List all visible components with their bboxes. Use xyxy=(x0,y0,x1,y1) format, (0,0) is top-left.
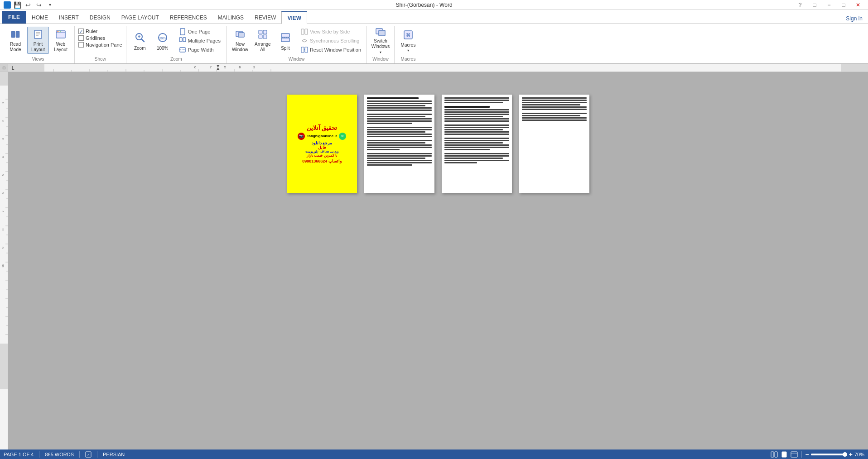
minimize-button[interactable]: − xyxy=(823,1,835,9)
svg-text:6: 6 xyxy=(1,192,5,194)
nav-pane-checkbox[interactable] xyxy=(78,42,84,48)
sync-scrolling-label: Synchronous Scrolling xyxy=(310,38,359,43)
window-sub-items: View Side by Side Synchronous Scrolling xyxy=(298,27,364,55)
svg-rect-37 xyxy=(379,30,385,36)
ribbon-group-show: Ruler Gridlines Navigation Pane Show xyxy=(75,26,126,63)
status-read-mode[interactable] xyxy=(771,451,778,458)
maximize-button[interactable]: □ xyxy=(837,1,850,9)
macros-items: ⌘ Macros ▾ xyxy=(397,27,419,57)
macros-label: Macros xyxy=(401,43,416,48)
zoom-slider[interactable] xyxy=(811,454,847,455)
read-mode-label: ReadMode xyxy=(10,42,21,53)
title-bar-right: ? □ − □ ✕ xyxy=(794,1,864,9)
ruler-checkbox-item[interactable]: Ruler xyxy=(78,29,122,34)
zoom-in-button[interactable]: + xyxy=(849,451,853,458)
multiple-pages-button[interactable]: Multiple Pages xyxy=(177,37,222,45)
tab-file[interactable]: FILE xyxy=(2,11,26,24)
new-window-button[interactable]: NewWindow xyxy=(229,27,251,54)
svg-rect-19 xyxy=(183,38,186,42)
gridlines-checkbox[interactable] xyxy=(78,35,84,41)
svg-rect-1 xyxy=(16,31,19,38)
zoom-button[interactable]: Zoom xyxy=(129,27,151,54)
ruler-checkbox[interactable] xyxy=(78,29,84,34)
status-sep-1 xyxy=(39,451,39,458)
svg-text:4: 4 xyxy=(1,156,5,158)
ruler-label: Ruler xyxy=(86,29,97,34)
nav-pane-label: Navigation Pane xyxy=(86,42,122,48)
poster-desc2: فایل xyxy=(318,145,326,150)
view-side-by-side-button[interactable]: View Side by Side xyxy=(299,28,363,36)
svg-rect-42 xyxy=(841,64,868,72)
svg-rect-108 xyxy=(775,452,777,457)
zoom-level[interactable]: 70% xyxy=(854,452,864,457)
vertical-ruler: 1 2 3 4 5 6 7 8 9 10 xyxy=(0,72,8,449)
svg-point-9 xyxy=(58,31,59,32)
tab-mailings[interactable]: MAILINGS xyxy=(212,11,249,24)
document-canvas[interactable]: تحقیق آنلاین 📷 Tahghighonline.ir w مرجع … xyxy=(8,72,868,449)
tab-review[interactable]: REVIEW xyxy=(249,11,281,24)
reset-window-position-button[interactable]: Reset Window Position xyxy=(299,46,363,54)
zoom-label: Zoom xyxy=(134,46,146,51)
page-1[interactable]: تحقیق آنلاین 📷 Tahghighonline.ir w مرجع … xyxy=(287,95,357,193)
close-button[interactable]: ✕ xyxy=(852,1,864,9)
zoom-out-button[interactable]: − xyxy=(805,451,809,458)
svg-text:100%: 100% xyxy=(158,36,167,40)
qat-save[interactable]: 💾 xyxy=(13,1,22,9)
proof-check[interactable]: ✓ xyxy=(85,451,92,458)
qat-redo[interactable]: ↪ xyxy=(34,1,43,9)
page-3[interactable] xyxy=(442,95,512,193)
page-info-label: PAGE 1 OF 4 xyxy=(4,452,34,457)
svg-text:⌘: ⌘ xyxy=(406,33,410,38)
zoom-thumb[interactable] xyxy=(843,452,847,457)
status-sep-3 xyxy=(97,451,97,458)
status-bar-right: − + 70% xyxy=(771,451,864,458)
status-print-layout-icon xyxy=(781,451,787,458)
zoom-100-button[interactable]: 100% 100% xyxy=(152,27,174,54)
help-button[interactable]: ? xyxy=(794,1,806,9)
page-width-button[interactable]: Page Width xyxy=(177,46,222,54)
print-layout-button[interactable]: PrintLayout xyxy=(27,27,49,54)
tab-references[interactable]: REFERENCES xyxy=(164,11,212,24)
svg-rect-26 xyxy=(259,35,262,38)
macros-button[interactable]: ⌘ Macros ▾ xyxy=(397,27,419,54)
svg-text:7: 7 xyxy=(1,210,5,212)
qat-customize[interactable]: ▾ xyxy=(45,1,54,9)
svg-text:1: 1 xyxy=(1,102,5,104)
status-web-layout[interactable] xyxy=(791,451,798,458)
language[interactable]: PERSIAN xyxy=(103,452,125,457)
tab-insert[interactable]: INSERT xyxy=(53,11,84,24)
sign-in-button[interactable]: Sign in xyxy=(840,14,868,24)
macros-arrow: ▾ xyxy=(407,48,409,53)
svg-rect-27 xyxy=(263,35,267,38)
svg-text:9: 9 xyxy=(1,247,5,249)
switch-windows-button[interactable]: SwitchWindows ▾ xyxy=(370,27,391,54)
svg-text:2: 2 xyxy=(1,120,5,122)
one-page-button[interactable]: One Page xyxy=(177,28,222,36)
page-2[interactable] xyxy=(364,95,434,193)
status-print-layout[interactable] xyxy=(781,451,787,458)
ribbon-toggle-button[interactable]: □ xyxy=(808,1,821,9)
arrange-all-button[interactable]: ArrangeAll xyxy=(252,27,274,54)
reset-window-position-label: Reset Window Position xyxy=(310,47,361,53)
tab-view[interactable]: VIEW xyxy=(281,11,307,24)
gridlines-checkbox-item[interactable]: Gridlines xyxy=(78,35,122,41)
tab-design[interactable]: DESIGN xyxy=(84,11,116,24)
page-4[interactable] xyxy=(519,95,589,193)
split-label: Split xyxy=(281,46,289,51)
status-sep-zoom xyxy=(801,451,802,458)
sync-scrolling-button[interactable]: Synchronous Scrolling xyxy=(299,37,363,45)
read-mode-button[interactable]: ReadMode xyxy=(5,27,26,54)
web-layout-button[interactable]: WebLayout xyxy=(50,27,72,54)
word-count[interactable]: 865 WORDS xyxy=(45,452,74,457)
qat-undo[interactable]: ↩ xyxy=(24,1,33,9)
new-window-icon xyxy=(233,28,247,41)
zoom-group-label: Zoom xyxy=(170,57,182,62)
ruler-corner[interactable]: ⊞ xyxy=(0,64,8,72)
nav-pane-checkbox-item[interactable]: Navigation Pane xyxy=(78,42,122,48)
page-info[interactable]: PAGE 1 OF 4 xyxy=(4,452,34,457)
split-button[interactable]: Split xyxy=(275,27,296,54)
svg-rect-24 xyxy=(259,30,262,34)
title-bar-title: Shir-(Gorbesan) - Word xyxy=(54,2,794,8)
tab-page-layout[interactable]: PAGE LAYOUT xyxy=(116,11,164,24)
tab-home[interactable]: HOME xyxy=(26,11,53,24)
